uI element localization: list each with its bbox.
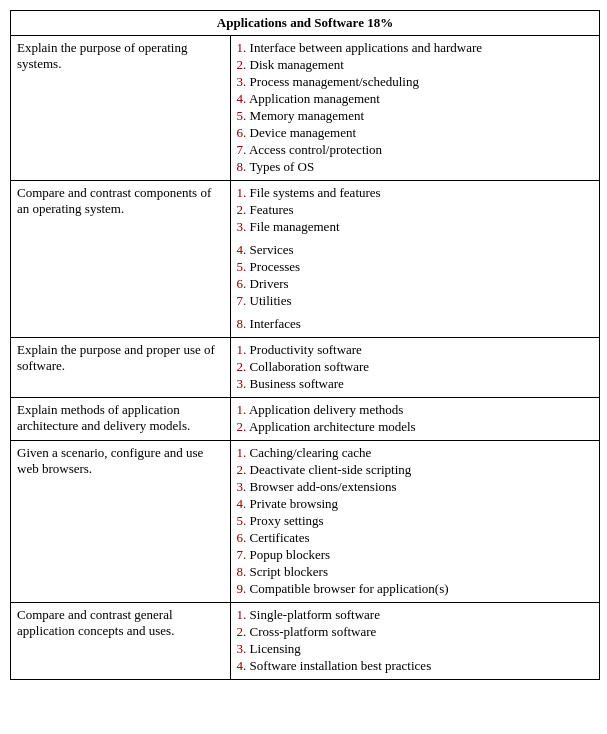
row-right-2: 1. Productivity software2. Collaboration…	[230, 338, 599, 398]
list-item: 5. Memory management	[237, 108, 593, 124]
list-item: 7. Popup blockers	[237, 547, 593, 563]
list-item: 1. Single-platform software	[237, 607, 593, 623]
list-item: 2. Collaboration software	[237, 359, 593, 375]
main-table: Applications and Software 18% Explain th…	[10, 10, 600, 680]
list-item: 2. Cross-platform software	[237, 624, 593, 640]
list-item: 2. Features	[237, 202, 593, 218]
row-left-0: Explain the purpose of operating systems…	[11, 36, 231, 181]
row-right-1: 1. File systems and features2. Features3…	[230, 181, 599, 338]
list-item: 1. File systems and features	[237, 185, 593, 201]
row-left-5: Compare and contrast general application…	[11, 603, 231, 680]
list-item: 7. Access control/protection	[237, 142, 593, 158]
row-left-4: Given a scenario, configure and use web …	[11, 441, 231, 603]
row-left-2: Explain the purpose and proper use of so…	[11, 338, 231, 398]
list-item: 1. Application delivery methods	[237, 402, 593, 418]
list-item: 7. Utilities	[237, 293, 593, 309]
list-item: 6. Certificates	[237, 530, 593, 546]
list-item: 1. Productivity software	[237, 342, 593, 358]
list-item: 4. Software installation best practices	[237, 658, 593, 674]
list-item: 9. Compatible browser for application(s)	[237, 581, 593, 597]
list-item: 1. Caching/clearing cache	[237, 445, 593, 461]
list-item: 4. Application management	[237, 91, 593, 107]
row-right-4: 1. Caching/clearing cache2. Deactivate c…	[230, 441, 599, 603]
list-item: 5. Proxy settings	[237, 513, 593, 529]
row-right-0: 1. Interface between applications and ha…	[230, 36, 599, 181]
list-item: 1. Interface between applications and ha…	[237, 40, 593, 56]
list-item: 2. Application architecture models	[237, 419, 593, 435]
list-item: 2. Deactivate client-side scripting	[237, 462, 593, 478]
list-item: 3. File management	[237, 219, 593, 235]
list-item: 5. Processes	[237, 259, 593, 275]
list-item: 8. Interfaces	[237, 316, 593, 332]
row-left-3: Explain methods of application architect…	[11, 398, 231, 441]
list-item: 8. Types of OS	[237, 159, 593, 175]
list-item: 6. Drivers	[237, 276, 593, 292]
list-item: 6. Device management	[237, 125, 593, 141]
row-right-5: 1. Single-platform software2. Cross-plat…	[230, 603, 599, 680]
list-item: 4. Private browsing	[237, 496, 593, 512]
row-left-1: Compare and contrast components of an op…	[11, 181, 231, 338]
list-item: 4. Services	[237, 242, 593, 258]
list-item: 2. Disk management	[237, 57, 593, 73]
list-item: 8. Script blockers	[237, 564, 593, 580]
table-title: Applications and Software 18%	[11, 11, 600, 36]
list-item: 3. Process management/scheduling	[237, 74, 593, 90]
list-item: 3. Browser add-ons/extensions	[237, 479, 593, 495]
list-item: 3. Licensing	[237, 641, 593, 657]
row-right-3: 1. Application delivery methods2. Applic…	[230, 398, 599, 441]
list-item: 3. Business software	[237, 376, 593, 392]
